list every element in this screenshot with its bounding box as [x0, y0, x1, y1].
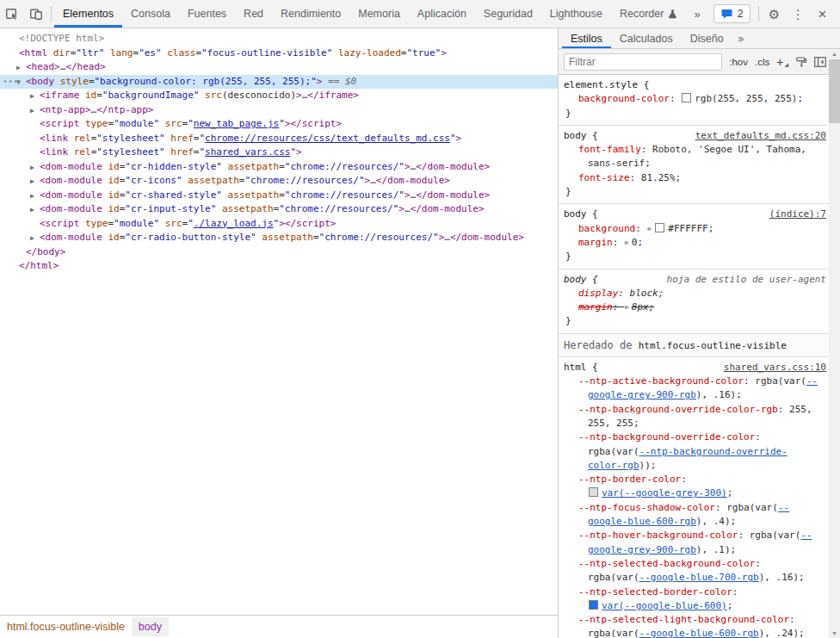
css-declaration[interactable]: google-grey-900-rgb), .1);	[564, 543, 826, 557]
tab-rendimiento[interactable]: Rendimiento	[272, 0, 349, 28]
dom-tree-row[interactable]: <html dir="ltr" lang="es" class="focus-o…	[0, 46, 558, 61]
scroll-down-arrow-icon[interactable]: ▼	[831, 629, 837, 638]
more-panels-button[interactable]: »	[686, 0, 707, 28]
expand-arrow-icon[interactable]: ▶	[30, 175, 34, 189]
css-var-link[interactable]: --	[800, 530, 812, 541]
collapse-arrow-icon[interactable]: ▼	[16, 76, 21, 90]
tab-recorder[interactable]: Recorder	[611, 0, 686, 28]
css-declaration[interactable]: --ntp-active-background-color: rgba(var(…	[564, 375, 826, 388]
dom-tree-row[interactable]: ▶<dom-module id="cr-hidden-style" assetp…	[0, 160, 558, 175]
more-sidebar-tabs-button[interactable]: »	[732, 28, 750, 48]
resource-link[interactable]: new_tab_page.js	[194, 118, 279, 129]
stylesheet-source-link[interactable]: shared_vars.css:10	[717, 361, 826, 375]
css-declaration[interactable]: var(--google-blue-600);	[564, 599, 826, 613]
sidebar-tab-estilos[interactable]: Estilos	[562, 28, 611, 48]
css-declaration[interactable]: sans-serif;	[564, 157, 826, 170]
tab-red[interactable]: Red	[235, 0, 272, 28]
css-declaration[interactable]: rgba(var(--google-blue-600-rgb), .24);	[564, 627, 826, 638]
dom-tree-row[interactable]: <script type="module" src="new_tab_page.…	[0, 117, 558, 132]
css-declaration[interactable]: google-grey-900-rgb), .16);	[564, 388, 826, 402]
tab-fuentes[interactable]: Fuentes	[179, 0, 235, 28]
inspect-element-button[interactable]	[0, 0, 24, 28]
css-var-link[interactable]: color-rgb	[588, 460, 639, 471]
dom-tree-row[interactable]: ▶<dom-module id="cr-icons" assetpath="ch…	[0, 174, 558, 189]
dom-tree-row[interactable]: ▶<dom-module id="cr-input-style" assetpa…	[0, 202, 558, 217]
css-declaration[interactable]: rgba(var(--ntp-background-override-	[564, 445, 826, 459]
dom-tree-row[interactable]: <link rel="stylesheet" href="shared_vars…	[0, 146, 558, 160]
rule-selector[interactable]: element.style {	[564, 78, 649, 92]
tab-lighthouse[interactable]: Lighthouse	[541, 0, 611, 28]
settings-gear-icon[interactable]: ⚙	[762, 0, 786, 28]
issues-button[interactable]: 2	[713, 4, 751, 23]
menu-dots-icon[interactable]: ⋮	[786, 0, 810, 28]
breadcrumb-item-body[interactable]: body	[132, 617, 169, 636]
scroll-up-arrow-icon[interactable]: ▲	[831, 49, 837, 59]
stylesheet-source-link[interactable]: (índice):7	[763, 208, 826, 221]
tab-aplicación[interactable]: Aplicación	[409, 0, 475, 28]
css-declaration[interactable]: --ntp-background-override-color-rgb: 255…	[564, 403, 826, 417]
css-declaration[interactable]: background-color: rgb(255, 255, 255);	[564, 92, 826, 106]
css-declaration[interactable]: --ntp-hover-background-color: rgba(var(-…	[564, 529, 826, 542]
css-var-link[interactable]: --ntp-background-override-	[639, 446, 788, 457]
dom-tree-row[interactable]: <link rel="stylesheet" href="chrome://re…	[0, 132, 558, 146]
dom-tree-row[interactable]: ▶<dom-module id="cr-shared-style" assetp…	[0, 189, 558, 203]
rule-selector[interactable]: body {	[564, 273, 598, 287]
css-var-link[interactable]: var(--google-blue-600)	[602, 600, 727, 611]
rule-selector[interactable]: html {	[564, 361, 598, 375]
css-var-link[interactable]: --google-blue-600-rgb	[639, 628, 759, 638]
new-style-rule-button[interactable]: +◢	[776, 55, 788, 69]
scrollbar-thumb[interactable]	[829, 59, 840, 123]
css-declaration[interactable]: display: block;	[564, 287, 826, 300]
expand-arrow-icon[interactable]: ▶	[30, 232, 34, 246]
css-var-link[interactable]: --	[806, 375, 818, 387]
rendering-emulation-button[interactable]	[795, 56, 807, 68]
breadcrumb-item-html[interactable]: html.focus-outline-visible	[0, 617, 132, 636]
toggle-sidebar-button[interactable]	[814, 57, 826, 67]
dom-tree-row[interactable]: </body>	[0, 245, 558, 260]
close-devtools-button[interactable]: ×	[810, 0, 834, 28]
tab-memoria[interactable]: Memoria	[349, 0, 409, 28]
expand-value-arrow-icon[interactable]: ▶	[647, 225, 652, 232]
tab-elementos[interactable]: Elementos	[54, 0, 122, 28]
resource-link[interactable]: shared_vars.css	[205, 146, 290, 158]
expand-arrow-icon[interactable]: ▶	[30, 203, 34, 218]
css-declaration[interactable]: --ntp-border-color:	[564, 473, 826, 486]
inherited-selector[interactable]: html.focus-outline-visible	[639, 340, 787, 351]
dom-tree-row[interactable]: ▶<ntp-app>…</ntp-app>	[0, 103, 558, 118]
css-declaration[interactable]: font-size: 81.25%;	[564, 171, 826, 185]
toggle-element-state-button[interactable]: :hov	[729, 57, 748, 67]
css-declaration[interactable]: margin: ▶0;	[564, 236, 826, 250]
css-declaration[interactable]: --ntp-focus-shadow-color: rgba(var(--	[564, 501, 826, 515]
css-var-link[interactable]: google-grey-900-rgb	[588, 544, 696, 555]
dom-tree-row[interactable]: ▶<dom-module id="cr-radio-button-style" …	[0, 231, 558, 245]
css-declaration[interactable]: 255, 255;	[564, 417, 826, 430]
css-declaration[interactable]: font-family: Roboto, 'Segoe UI', Tahoma,	[564, 143, 826, 157]
dom-tree-row[interactable]: <!DOCTYPE html>	[0, 32, 558, 46]
expand-value-arrow-icon[interactable]: ▶	[625, 303, 629, 311]
color-swatch[interactable]	[589, 600, 598, 610]
css-declaration[interactable]: --ntp-selected-border-color:	[564, 585, 826, 599]
styles-scrollbar[interactable]: ▲ ▼	[829, 49, 840, 638]
resource-link[interactable]: ./lazy_load.js	[194, 218, 274, 229]
device-toolbar-button[interactable]	[24, 0, 48, 28]
css-declaration[interactable]: margin: ▶8px;	[564, 300, 826, 314]
css-declaration[interactable]: google-blue-600-rgb), .4);	[564, 515, 826, 529]
dom-tree-row[interactable]: ▶<iframe id="backgroundImage" src(descon…	[0, 89, 558, 103]
css-declaration[interactable]: rgba(var(--google-blue-700-rgb), .16);	[564, 571, 826, 585]
css-declaration[interactable]: color-rgb));	[564, 459, 826, 473]
stylesheet-source-link[interactable]: text_defaults_md.css:20	[689, 129, 826, 143]
color-swatch[interactable]	[589, 487, 598, 497]
expand-arrow-icon[interactable]: ▶	[16, 61, 21, 76]
tab-consola[interactable]: Consola	[122, 0, 179, 28]
color-swatch[interactable]	[682, 93, 691, 102]
sidebar-tab-diseño[interactable]: Diseño	[682, 28, 732, 48]
expand-arrow-icon[interactable]: ▶	[30, 104, 34, 119]
dom-tree-row[interactable]: ▶<head>…</head>	[0, 60, 558, 75]
css-var-link[interactable]: google-grey-900-rgb	[588, 389, 696, 400]
expand-arrow-icon[interactable]: ▶	[30, 189, 34, 204]
dom-tree-row[interactable]: </html>	[0, 259, 558, 274]
css-declaration[interactable]: var(--google-grey-300);	[564, 486, 826, 500]
styles-filter-input[interactable]	[564, 53, 722, 71]
expand-value-arrow-icon[interactable]: ▶	[625, 238, 629, 246]
sidebar-tab-calculados[interactable]: Calculados	[611, 28, 682, 48]
